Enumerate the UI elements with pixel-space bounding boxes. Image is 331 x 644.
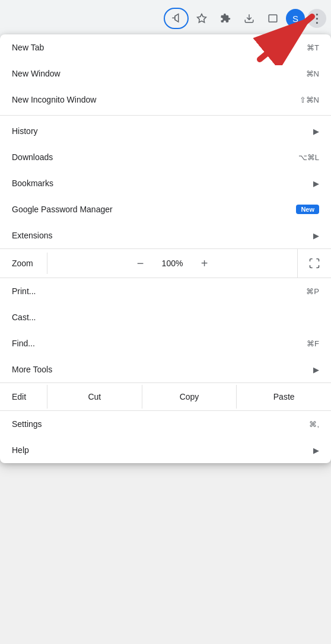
cut-button[interactable]: Cut <box>47 385 142 409</box>
menu-item-new-window[interactable]: New Window ⌘N <box>0 60 331 87</box>
menu-item-password-manager[interactable]: Google Password Manager New <box>0 196 331 222</box>
fullscreen-button[interactable] <box>298 251 331 275</box>
profile-button[interactable]: S <box>286 9 305 28</box>
extensions-puzzle-button[interactable] <box>215 8 236 29</box>
more-icon: ⋮ <box>311 11 323 25</box>
zoom-increase-button[interactable]: + <box>196 255 213 272</box>
svg-rect-0 <box>269 15 277 22</box>
menu-item-new-incognito[interactable]: New Incognito Window ⇧⌘N <box>0 87 331 113</box>
browser-toolbar: S ⋮ <box>0 0 331 37</box>
edit-row: Edit Cut Copy Paste <box>0 382 331 411</box>
share-button[interactable] <box>164 8 189 29</box>
profile-initial: S <box>292 14 298 24</box>
paste-button[interactable]: Paste <box>237 385 331 409</box>
edit-label: Edit <box>0 385 47 409</box>
zoom-row: Zoom − 100% + <box>0 248 331 278</box>
help-chevron-icon: ▶ <box>313 446 319 455</box>
menu-item-more-tools[interactable]: More Tools ▶ <box>0 356 331 382</box>
more-tools-chevron-icon: ▶ <box>313 365 319 374</box>
extensions-chevron-icon: ▶ <box>313 231 319 240</box>
menu-item-history[interactable]: History ▶ <box>0 118 331 144</box>
bookmarks-chevron-icon: ▶ <box>313 179 319 188</box>
menu-item-print[interactable]: Print... ⌘P <box>0 278 331 304</box>
menu-item-help[interactable]: Help ▶ <box>0 437 331 463</box>
copy-button[interactable]: Copy <box>142 385 237 409</box>
chrome-menu-dropdown: New Tab ⌘T New Window ⌘N New Incognito W… <box>0 34 331 463</box>
separator-1 <box>0 115 331 116</box>
tab-button[interactable] <box>262 8 284 29</box>
menu-item-new-tab[interactable]: New Tab ⌘T <box>0 34 331 60</box>
zoom-controls: − 100% + <box>47 249 298 278</box>
zoom-decrease-button[interactable]: − <box>132 255 149 272</box>
zoom-label: Zoom <box>0 253 47 274</box>
menu-item-cast[interactable]: Cast... <box>0 304 331 330</box>
menu-item-find[interactable]: Find... ⌘F <box>0 330 331 356</box>
downloads-button[interactable] <box>238 8 260 29</box>
zoom-value: 100% <box>158 259 187 268</box>
menu-item-bookmarks[interactable]: Bookmarks ▶ <box>0 170 331 196</box>
menu-item-extensions[interactable]: Extensions ▶ <box>0 222 331 248</box>
menu-item-settings[interactable]: Settings ⌘, <box>0 411 331 437</box>
new-badge: New <box>296 205 319 214</box>
menu-item-downloads[interactable]: Downloads ⌥⌘L <box>0 144 331 170</box>
history-chevron-icon: ▶ <box>313 127 319 136</box>
bookmark-button[interactable] <box>191 8 212 29</box>
more-options-button[interactable]: ⋮ <box>307 9 326 28</box>
